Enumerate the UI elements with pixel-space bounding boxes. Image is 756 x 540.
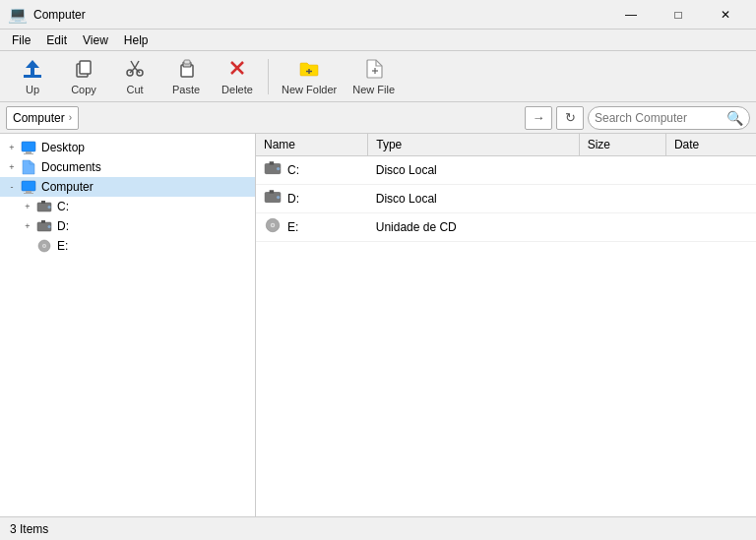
search-box: 🔍: [588, 106, 750, 130]
tree-icon-documents: [20, 159, 37, 175]
maximize-button[interactable]: □: [656, 0, 701, 30]
paste-button-label: Paste: [172, 84, 200, 95]
file-name-e-drive: E:: [264, 216, 360, 238]
menu-item-file[interactable]: File: [4, 31, 38, 49]
tree-icon-c: [35, 199, 53, 214]
menu-item-help[interactable]: Help: [116, 31, 157, 49]
svg-rect-25: [24, 193, 33, 194]
svg-rect-22: [24, 153, 33, 154]
svg-rect-20: [22, 142, 35, 151]
tree-item-documents[interactable]: +Documents: [0, 157, 255, 177]
status-bar: 3 Items: [0, 516, 756, 540]
tree-item-desktop[interactable]: +Desktop: [0, 138, 255, 157]
tree-label-e: E:: [57, 239, 68, 253]
refresh-button[interactable]: ↻: [556, 106, 584, 130]
toolbar: UpCopyCutPasteDeleteNew FolderNew File: [0, 51, 756, 102]
tree-icon-computer: [20, 179, 37, 195]
svg-line-10: [135, 61, 139, 68]
svg-point-31: [48, 225, 51, 228]
tree-item-c[interactable]: +C:: [16, 197, 255, 216]
svg-rect-23: [22, 181, 35, 191]
file-panel: NameTypeSizeDate C:Disco LocalD:Disco Lo…: [256, 134, 756, 516]
svg-rect-13: [184, 60, 190, 64]
file-icon-c-drive: [264, 159, 282, 181]
delete-icon: [226, 57, 248, 82]
svg-rect-39: [270, 190, 275, 193]
table-header-row: NameTypeSizeDate: [256, 134, 756, 156]
file-name-text-c-drive: C:: [287, 163, 299, 177]
file-name-d-drive: D:: [264, 188, 360, 210]
col-size[interactable]: Size: [579, 134, 665, 156]
file-icon-e-drive: [264, 216, 282, 238]
window-title: Computer: [33, 8, 608, 22]
tree-toggle-computer[interactable]: -: [4, 179, 20, 195]
new-file-button[interactable]: New File: [346, 55, 402, 98]
tree-toggle-d[interactable]: +: [20, 218, 35, 234]
new-folder-button[interactable]: New Folder: [275, 55, 344, 98]
svg-rect-30: [41, 220, 45, 223]
col-name[interactable]: Name: [256, 134, 368, 156]
menu-item-view[interactable]: View: [75, 31, 116, 49]
tree-toggle-e[interactable]: [20, 238, 35, 254]
tree-label-c: C:: [57, 200, 69, 213]
up-button-label: Up: [26, 84, 39, 95]
tree-item-computer[interactable]: -Computer: [0, 177, 255, 197]
cut-button[interactable]: Cut: [110, 55, 159, 98]
menu-item-edit[interactable]: Edit: [38, 31, 75, 49]
tree-panel: +Desktop+Documents-Computer+C:+D:E:: [0, 134, 256, 516]
svg-point-43: [272, 224, 274, 226]
file-size-d-drive: [579, 185, 665, 213]
new-folder-button-label: New Folder: [282, 84, 337, 95]
file-type-e-drive: Unidade de CD: [368, 213, 579, 242]
tree-icon-desktop: [20, 140, 37, 155]
new-file-icon: [363, 57, 385, 82]
tree-toggle-desktop[interactable]: +: [4, 140, 20, 155]
tree-item-e[interactable]: E:: [16, 236, 255, 256]
forward-button[interactable]: →: [525, 106, 552, 130]
table-row[interactable]: C:Disco Local: [256, 156, 756, 185]
search-button[interactable]: 🔍: [726, 110, 743, 126]
tree-icon-e: [35, 238, 53, 254]
file-table: NameTypeSizeDate C:Disco LocalD:Disco Lo…: [256, 134, 756, 242]
menu-bar: FileEditViewHelp: [0, 30, 756, 51]
title-bar: 💻 Computer — □ ✕: [0, 0, 756, 30]
file-name-text-e-drive: E:: [287, 220, 298, 234]
tree-toggle-documents[interactable]: +: [4, 159, 20, 175]
table-row[interactable]: D:Disco Local: [256, 185, 756, 213]
table-row[interactable]: E:Unidade de CD: [256, 213, 756, 242]
file-date-d-drive: [665, 185, 756, 213]
tree-label-documents: Documents: [41, 160, 101, 174]
up-icon: [22, 57, 43, 82]
status-text: 3 Items: [10, 522, 48, 536]
tree-toggle-c[interactable]: +: [20, 199, 35, 214]
paste-button[interactable]: Paste: [161, 55, 211, 98]
tree-label-computer: Computer: [41, 180, 94, 194]
svg-point-40: [277, 196, 280, 199]
svg-point-28: [48, 206, 51, 209]
col-date[interactable]: Date: [665, 134, 756, 156]
main-area: +Desktop+Documents-Computer+C:+D:E: Name…: [0, 134, 756, 516]
file-name-c-drive: C:: [264, 159, 360, 181]
col-type[interactable]: Type: [368, 134, 579, 156]
cut-button-label: Cut: [126, 84, 143, 95]
cut-icon: [124, 57, 146, 82]
copy-button-label: Copy: [71, 84, 96, 95]
file-type-d-drive: Disco Local: [368, 185, 579, 213]
svg-rect-27: [41, 201, 45, 204]
close-button[interactable]: ✕: [703, 0, 748, 30]
svg-rect-21: [26, 151, 32, 153]
svg-rect-36: [270, 161, 275, 164]
tree-item-d[interactable]: +D:: [16, 216, 255, 236]
file-date-e-drive: [665, 213, 756, 242]
search-input[interactable]: [595, 111, 723, 125]
up-button[interactable]: Up: [8, 55, 57, 98]
delete-button[interactable]: Delete: [213, 55, 262, 98]
breadcrumb-arrow: ›: [69, 112, 72, 123]
window-icon: 💻: [8, 5, 28, 24]
minimize-button[interactable]: —: [608, 0, 654, 30]
breadcrumb[interactable]: Computer ›: [6, 106, 79, 130]
svg-rect-2: [24, 75, 41, 78]
svg-point-34: [43, 245, 44, 246]
svg-point-37: [277, 167, 280, 170]
copy-button[interactable]: Copy: [59, 55, 108, 98]
